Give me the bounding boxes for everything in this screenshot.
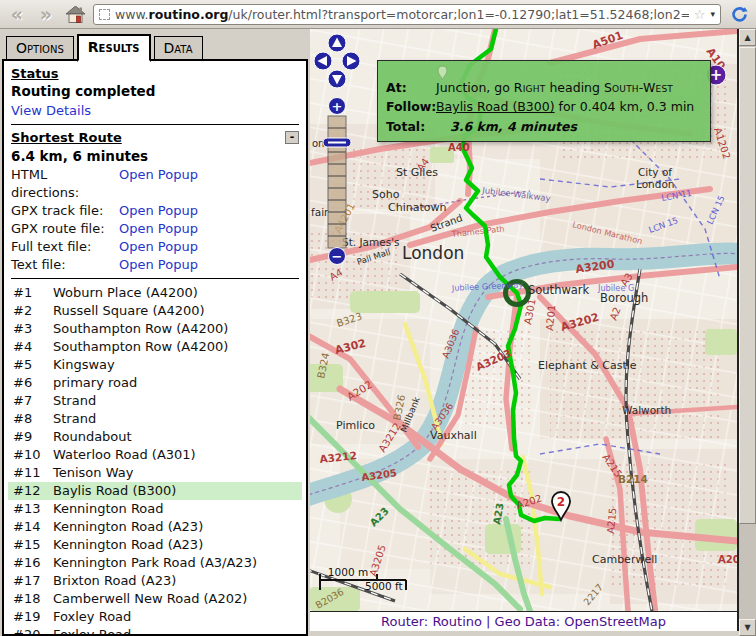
step-road-name: Baylis Road (B300) <box>53 482 302 500</box>
step-number: #11 <box>13 464 53 482</box>
map-label: Camberwell <box>592 553 657 566</box>
export-label: GPX route file: <box>11 220 119 238</box>
scroll-down-button[interactable]: ▼ <box>739 619 756 636</box>
route-step-row[interactable]: #15Kennington Road (A23) <box>8 536 302 554</box>
step-number: #17 <box>13 572 53 590</box>
route-step-row[interactable]: #7Strand <box>8 392 302 410</box>
route-step-row[interactable]: #16Kennington Park Road (A3/A23) <box>8 554 302 572</box>
bookmark-star-icon[interactable]: ☆ <box>694 7 706 22</box>
route-step-row[interactable]: #4Southampton Row (A4200) <box>8 338 302 356</box>
route-step-row[interactable]: #13Kennington Road <box>8 500 302 518</box>
route-step-row[interactable]: #9Roundabout <box>8 428 302 446</box>
route-step-row[interactable]: #20Foxley Road <box>8 626 302 636</box>
separator <box>11 124 299 125</box>
step-road-name: Woburn Place (A4200) <box>53 284 302 302</box>
open-popup-link[interactable]: Open Popup <box>119 238 299 256</box>
pan-down-button[interactable] <box>328 70 346 88</box>
reload-button[interactable] <box>728 4 750 24</box>
route-step-row[interactable]: #12Baylis Road (B300) <box>8 482 302 500</box>
export-row: GPX route file:Open Popup <box>11 220 299 238</box>
scroll-up-button[interactable]: ▲ <box>739 29 756 46</box>
scrollbar-thumb[interactable] <box>739 47 756 524</box>
route-step-row[interactable]: #17Brixton Road (A23) <box>8 572 302 590</box>
route-step-row[interactable]: #6primary road <box>8 374 302 392</box>
step-number: #15 <box>13 536 53 554</box>
results-content: Status Routing completed View Details Sh… <box>2 59 308 636</box>
zoom-slider-handle[interactable] <box>323 138 351 147</box>
popup-at-prefix: Junction, go <box>436 80 514 95</box>
home-button[interactable] <box>64 4 86 24</box>
map-label: A20 <box>718 554 737 565</box>
route-step-row[interactable]: #14Kennington Road (A23) <box>8 518 302 536</box>
open-popup-link[interactable]: Open Popup <box>119 166 299 202</box>
shortest-route-heading: Shortest Route <box>11 129 122 146</box>
export-row: Text file:Open Popup <box>11 256 299 274</box>
step-road-name: Russell Square (A4200) <box>53 302 302 320</box>
open-popup-link[interactable]: Open Popup <box>119 256 299 274</box>
browser-window: « » www.routino.org/uk/router.html?trans… <box>0 0 756 636</box>
map-label: B214 <box>618 473 648 485</box>
map[interactable]: 1000 m 5000 ft oneSt GilesSohoChinatownA… <box>310 29 739 611</box>
map-label: A40 <box>448 142 470 153</box>
popup-road-link[interactable]: Baylis Road (B300) <box>436 99 555 114</box>
zoom-out-button[interactable]: − <box>329 248 346 265</box>
step-number: #20 <box>13 626 53 636</box>
route-step-row[interactable]: #19Foxley Road <box>8 608 302 626</box>
pan-left-button[interactable] <box>314 52 332 70</box>
step-road-name: Roundabout <box>53 428 302 446</box>
url-bar[interactable]: www.routino.org/uk/router.html?transport… <box>93 4 721 25</box>
scroll-up-icon: ▲ <box>744 33 750 42</box>
vertical-scrollbar[interactable]: ▲ ▼ <box>739 29 756 636</box>
back-button[interactable]: « <box>6 4 28 24</box>
map-label: fair <box>311 206 329 218</box>
route-step-row[interactable]: #2Russell Square (A4200) <box>8 302 302 320</box>
map-label: Elephant & Castle <box>538 359 637 372</box>
route-step-row[interactable]: #5Kingsway <box>8 356 302 374</box>
forward-button[interactable]: » <box>35 4 57 24</box>
route-step-row[interactable]: #1Woburn Place (A4200) <box>8 284 302 302</box>
tab-bar: OptionsResultsData <box>6 34 310 59</box>
reload-icon <box>731 6 748 23</box>
tab-data[interactable]: Data <box>154 36 203 60</box>
open-popup-link[interactable]: Open Popup <box>119 202 299 220</box>
open-popup-link[interactable]: Open Popup <box>119 220 299 238</box>
step-number: #3 <box>13 320 53 338</box>
url-domain: routino.org <box>149 7 229 22</box>
zoom-slider-track[interactable] <box>328 116 346 248</box>
export-label: Full text file: <box>11 238 119 256</box>
url-dropdown-icon[interactable]: ▾ <box>710 9 715 19</box>
step-number: #2 <box>13 302 53 320</box>
popup-at-value: Junction, go Right heading South-West <box>436 65 673 97</box>
zoom-in-button[interactable]: + <box>329 98 346 115</box>
pan-right-button[interactable] <box>342 52 360 70</box>
url-text[interactable]: www.routino.org/uk/router.html?transport… <box>115 7 689 22</box>
popup-at-direction: Right <box>514 80 546 95</box>
view-details-link[interactable]: View Details <box>11 103 91 118</box>
route-step-row[interactable]: #10Waterloo Road (A301) <box>8 446 302 464</box>
map-label: London <box>636 178 675 190</box>
route-step-row[interactable]: #18Camberwell New Road (A202) <box>8 590 302 608</box>
zoom-out-icon: − <box>332 249 343 264</box>
browser-toolbar: « » www.routino.org/uk/router.html?trans… <box>0 0 756 29</box>
pan-up-button[interactable] <box>328 34 346 52</box>
url-prefix: www. <box>115 7 149 22</box>
map-label: Southwark <box>528 283 590 297</box>
tab-options[interactable]: Options <box>6 36 74 60</box>
route-step-row[interactable]: #3Southampton Row (A4200) <box>8 320 302 338</box>
step-number: #13 <box>13 500 53 518</box>
separator <box>11 278 299 279</box>
step-road-name: Southampton Row (A4200) <box>53 320 302 338</box>
collapse-section-button[interactable]: - <box>285 131 299 144</box>
route-step-row[interactable]: #11Tenison Way <box>8 464 302 482</box>
map-column: 1000 m 5000 ft oneSt GilesSohoChinatownA… <box>310 29 739 636</box>
tab-results[interactable]: Results <box>77 34 151 62</box>
route-step-row[interactable]: #8Strand <box>8 410 302 428</box>
scale-imperial-label: 5000 ft <box>365 580 403 592</box>
step-number: #18 <box>13 590 53 608</box>
routino-link[interactable]: Routino <box>432 614 482 629</box>
step-road-name: Brixton Road (A23) <box>53 572 302 590</box>
openstreetmap-link[interactable]: OpenStreetMap <box>564 614 666 629</box>
step-number: #5 <box>13 356 53 374</box>
maximize-icon: + <box>710 66 723 84</box>
export-row: GPX track file:Open Popup <box>11 202 299 220</box>
